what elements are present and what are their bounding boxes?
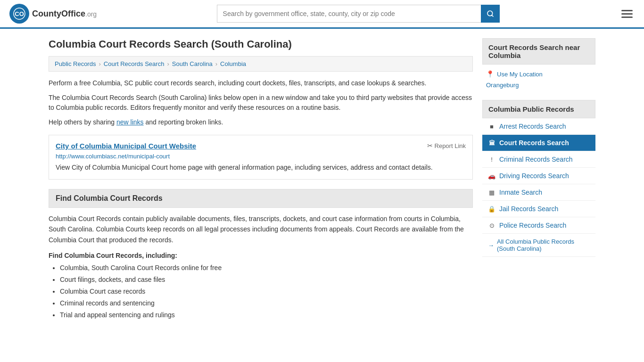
sidebar-item-driving-records[interactable]: 🚗 Driving Records Search (482, 168, 595, 184)
link-card-header: City of Columbia Municipal Court Website… (56, 142, 466, 150)
sidebar-label-arrest: Arrest Records Search (499, 123, 566, 130)
page-title: Columbia Court Records Search (South Car… (49, 38, 473, 50)
sidebar-label-driving: Driving Records Search (499, 172, 569, 180)
search-bar-area (217, 5, 500, 23)
sidebar-item-court-records[interactable]: 🏛 Court Records Search (482, 135, 595, 151)
arrest-icon: ■ (488, 123, 495, 130)
sidebar-item-inmate-search[interactable]: ▦ Inmate Search (482, 184, 595, 201)
content-area: Columbia Court Records Search (South Car… (49, 38, 473, 322)
link-card-desc: View City of Columbia Municipal Court ho… (56, 163, 466, 173)
sidebar-item-arrest-records[interactable]: ■ Arrest Records Search (482, 118, 595, 135)
sidebar-all-label: All Columbia Public Records (South Carol… (497, 238, 590, 252)
logo-icon: CO (9, 4, 29, 24)
report-link-label: Report Link (435, 142, 466, 149)
main-container: Columbia Court Records Search (South Car… (39, 29, 605, 331)
sidebar-all-records-link[interactable]: → All Columbia Public Records (South Car… (482, 234, 595, 257)
sidebar-nearby: Court Records Search near Columbia 📍 Use… (482, 38, 595, 90)
list-item: Columbia Court case records (60, 287, 473, 296)
car-icon: 🚗 (488, 173, 495, 180)
new-links-link[interactable]: new links (116, 118, 144, 126)
sidebar-label-court: Court Records Search (499, 139, 569, 147)
sidebar-nearby-title: Court Records Search near Columbia (482, 38, 595, 65)
desc3-post: and reporting broken links. (144, 118, 223, 126)
breadcrumb-sep-1: › (99, 60, 100, 67)
sidebar-item-jail-records[interactable]: 🔒 Jail Records Search (482, 201, 595, 217)
inmate-icon: ▦ (488, 189, 495, 196)
scissors-icon: ✂ (427, 142, 433, 149)
sidebar-item-police-records[interactable]: ⊙ Police Records Search (482, 217, 595, 234)
location-pin-icon: 📍 (486, 70, 494, 78)
find-section-list: Columbia, South Carolina Court Records o… (49, 263, 473, 320)
sidebar-label-police: Police Records Search (499, 222, 566, 229)
police-icon: ⊙ (488, 222, 495, 229)
description-3: Help others by sharing new links and rep… (49, 117, 473, 127)
header: CO CountyOffice.org (0, 0, 644, 29)
logo-area: CO CountyOffice.org (9, 4, 97, 24)
search-button[interactable] (481, 5, 500, 23)
arrow-right-icon: → (488, 242, 494, 249)
description-2: The Columbia Court Records Search (South… (49, 93, 473, 113)
orangeburg-link[interactable]: Orangeburg (486, 82, 519, 89)
lock-icon: 🔒 (488, 206, 495, 213)
report-link-button[interactable]: ✂ Report Link (427, 142, 466, 149)
sidebar-public-records-title: Columbia Public Records (482, 100, 595, 118)
court-icon: 🏛 (488, 140, 495, 147)
list-item: Court filings, dockets, and case files (60, 275, 473, 285)
use-location-link[interactable]: Use My Location (497, 71, 543, 78)
sidebar-label-inmate: Inmate Search (499, 189, 542, 196)
link-card: City of Columbia Municipal Court Website… (49, 135, 473, 180)
criminal-icon: ! (488, 156, 495, 163)
sidebar: Court Records Search near Columbia 📍 Use… (482, 38, 595, 322)
desc3-pre: Help others by sharing (49, 118, 116, 126)
description-1: Perform a free Columbia, SC public court… (49, 78, 473, 88)
logo-text: CountyOffice.org (32, 9, 97, 19)
breadcrumb-link-public-records[interactable]: Public Records (55, 60, 96, 67)
sidebar-public-records: Columbia Public Records ■ Arrest Records… (482, 100, 595, 257)
breadcrumb-sep-2: › (167, 60, 169, 67)
list-item: Trial and appeal sentencing and rulings (60, 310, 473, 320)
breadcrumb: Public Records › Court Records Search › … (49, 56, 473, 72)
breadcrumb-link-court-records[interactable]: Court Records Search (104, 60, 165, 67)
link-card-title[interactable]: City of Columbia Municipal Court Website (56, 142, 196, 150)
list-item: Criminal records and sentencing (60, 298, 473, 308)
svg-text:CO: CO (15, 10, 24, 17)
find-section-desc: Columbia Court Records contain publicly … (49, 214, 473, 245)
sidebar-label-criminal: Criminal Records Search (499, 156, 573, 163)
orangeburg-item: Orangeburg (482, 80, 595, 90)
find-section-list-header: Find Columbia Court Records, including: (49, 252, 473, 259)
list-item: Columbia, South Carolina Court Records o… (60, 263, 473, 273)
link-card-url[interactable]: http://www.columbiasc.net/municipal-cour… (56, 153, 466, 160)
sidebar-item-criminal-records[interactable]: ! Criminal Records Search (482, 151, 595, 168)
search-input[interactable] (217, 5, 481, 23)
sidebar-label-jail: Jail Records Search (499, 205, 558, 213)
find-section-header: Find Columbia Court Records (49, 189, 473, 208)
breadcrumb-sep-3: › (215, 60, 217, 67)
use-location-item: 📍 Use My Location (482, 68, 595, 80)
breadcrumb-link-south-carolina[interactable]: South Carolina (172, 60, 213, 67)
menu-button[interactable] (619, 8, 635, 20)
breadcrumb-link-columbia[interactable]: Columbia (220, 60, 246, 67)
